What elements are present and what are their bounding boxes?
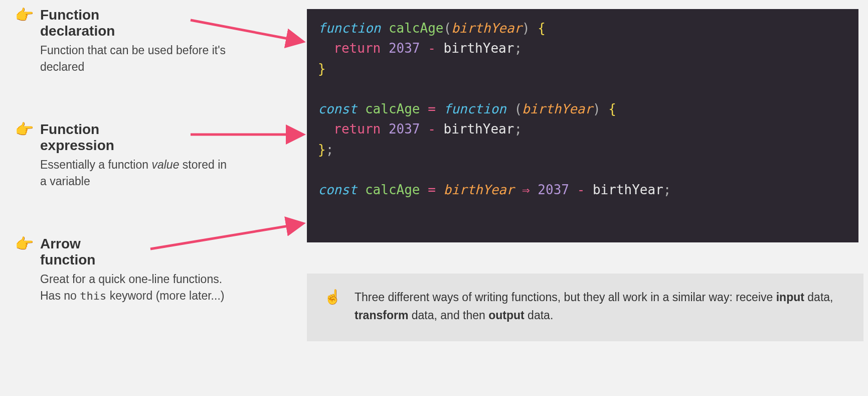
desc-arrow-function: Great for a quick one-line functions. Ha…	[40, 271, 231, 305]
summary-note: ☝️ Three different ways of writing funct…	[307, 274, 863, 341]
desc-function-declaration: Function that can be used before it's de…	[40, 42, 231, 76]
point-right-icon: 👉	[15, 120, 34, 138]
point-right-icon: 👉	[15, 235, 34, 252]
point-up-icon: ☝️	[324, 289, 341, 306]
arrow-1	[191, 20, 301, 41]
desc-function-expression: Essentially a function value stored in a…	[40, 157, 231, 190]
summary-note-text: Three different ways of writing function…	[355, 289, 846, 324]
heading-function-declaration: Function declaration	[40, 7, 115, 39]
point-right-icon: 👉	[15, 6, 34, 24]
arrow-3	[150, 224, 301, 249]
code-block: function calcAge(birthYear) { return 203…	[307, 9, 858, 242]
heading-arrow-function: Arrow function	[40, 236, 95, 268]
heading-function-expression: Function expression	[40, 121, 114, 154]
